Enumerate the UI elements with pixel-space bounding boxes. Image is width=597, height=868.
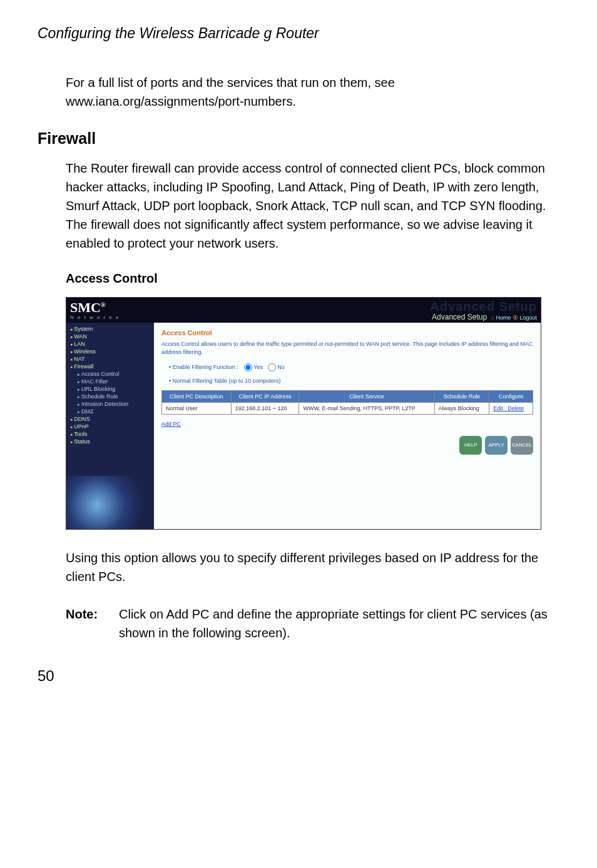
content-panel: Access Control Access Control allows use… bbox=[154, 323, 541, 529]
sidebar-item-system[interactable]: System bbox=[66, 325, 154, 333]
logo-text: SMC bbox=[70, 300, 101, 315]
add-pc-link[interactable]: Add PC bbox=[161, 421, 181, 427]
cell-service: WWW, E-mail Sending, HTTPS, PPTP, L2TP bbox=[299, 403, 434, 415]
sidebar-item-lan[interactable]: LAN bbox=[66, 340, 154, 348]
sidebar-item-nat[interactable]: NAT bbox=[66, 355, 154, 363]
note-row: Note: Click on Add PC and define the app… bbox=[66, 605, 559, 642]
cell-desc: Normal User bbox=[162, 403, 232, 415]
cell-rule: Always Blocking bbox=[434, 403, 489, 415]
sidebar-item-firewall[interactable]: Firewall bbox=[66, 363, 154, 370]
th-ip: Client PC IP Address bbox=[231, 391, 299, 403]
firewall-paragraph: The Router firewall can provide access c… bbox=[66, 159, 559, 253]
th-configure: Configure bbox=[489, 391, 533, 403]
enable-filtering-row: Enable Filtering Function : Yes No bbox=[169, 363, 533, 371]
panel-title: Access Control bbox=[161, 329, 533, 336]
brand-block: SMC® N e t w o r k s bbox=[70, 301, 120, 320]
th-rule: Schedule Rule bbox=[434, 391, 489, 403]
firewall-heading: Firewall bbox=[38, 129, 559, 148]
sidebar-item-url-blocking[interactable]: URL Blocking bbox=[66, 385, 154, 393]
enable-filtering-label: Enable Filtering Function : bbox=[173, 364, 238, 370]
logo-reg: ® bbox=[101, 301, 105, 308]
edit-link[interactable]: Edit bbox=[493, 405, 503, 411]
table-header-row: Client PC Description Client PC IP Addre… bbox=[162, 391, 533, 403]
note-label: Note: bbox=[66, 605, 119, 642]
sidebar-item-status[interactable]: Status bbox=[66, 438, 154, 445]
help-button[interactable]: HELP bbox=[459, 436, 482, 455]
doc-header: Configuring the Wireless Barricade g Rou… bbox=[38, 25, 559, 42]
panel-description: Access Control allows users to define th… bbox=[161, 340, 533, 356]
logo-subtext: N e t w o r k s bbox=[70, 315, 120, 320]
topbar-advanced-row: Advanced Setup ⌂ Home ⦿ Logout bbox=[430, 313, 537, 321]
button-row: HELP APPLY CANCEL bbox=[161, 436, 533, 455]
radio-no[interactable] bbox=[268, 363, 276, 371]
sidebar-decor-image bbox=[66, 476, 154, 529]
logout-link[interactable]: Logout bbox=[519, 315, 537, 321]
cancel-button[interactable]: CANCEL bbox=[511, 436, 533, 455]
topbar-faint-title: Advanced Setup bbox=[430, 300, 537, 314]
radio-yes[interactable] bbox=[244, 363, 252, 371]
sidebar-item-dmz[interactable]: DMZ bbox=[66, 408, 154, 415]
logout-icon: ⦿ bbox=[513, 315, 518, 321]
filtering-table: Client PC Description Client PC IP Addre… bbox=[161, 390, 533, 415]
table-caption: Normal Filtering Table (up to 10 compute… bbox=[169, 378, 533, 384]
sidebar-item-schedule-rule[interactable]: Schedule Rule bbox=[66, 393, 154, 400]
radio-no-label: No bbox=[277, 364, 285, 370]
note-text: Click on Add PC and define the appropria… bbox=[119, 605, 559, 642]
apply-button[interactable]: APPLY bbox=[485, 436, 508, 455]
router-admin-screenshot: SMC® N e t w o r k s Advanced Setup Adva… bbox=[66, 297, 541, 530]
admin-body: System WAN LAN Wireless NAT Firewall Acc… bbox=[66, 323, 541, 529]
home-icon: ⌂ bbox=[491, 315, 494, 321]
cell-ip: 192.168.2.101 ~ 120 bbox=[231, 403, 299, 415]
radio-yes-label: Yes bbox=[254, 364, 263, 370]
sidebar-item-ddns[interactable]: DDNS bbox=[66, 415, 154, 423]
sidebar-item-wan[interactable]: WAN bbox=[66, 333, 154, 340]
sidebar-item-intrusion-detection[interactable]: Intrusion Detection bbox=[66, 400, 154, 408]
th-desc: Client PC Description bbox=[162, 391, 232, 403]
cell-configure: Edit Delete bbox=[489, 403, 533, 415]
sidebar-item-upnp[interactable]: UPnP bbox=[66, 423, 154, 430]
intro-paragraph: For a full list of ports and the service… bbox=[66, 73, 559, 111]
table-row: Normal User 192.168.2.101 ~ 120 WWW, E-m… bbox=[162, 403, 533, 415]
below-paragraph: Using this option allows you to specify … bbox=[66, 548, 559, 586]
home-link[interactable]: Home bbox=[496, 315, 511, 321]
page-number: 50 bbox=[38, 667, 559, 685]
sidebar-item-access-control[interactable]: Access Control bbox=[66, 370, 154, 378]
delete-link[interactable]: Delete bbox=[508, 405, 524, 411]
advanced-setup-label: Advanced Setup bbox=[430, 313, 489, 321]
sidebar-item-tools[interactable]: Tools bbox=[66, 430, 154, 438]
topbar: SMC® N e t w o r k s Advanced Setup Adva… bbox=[66, 298, 541, 323]
access-control-heading: Access Control bbox=[66, 271, 559, 286]
sidebar-item-mac-filter[interactable]: MAC Filter bbox=[66, 378, 154, 385]
topbar-right: Advanced Setup Advanced Setup ⌂ Home ⦿ L… bbox=[430, 300, 537, 321]
sidebar-item-wireless[interactable]: Wireless bbox=[66, 348, 154, 355]
sidebar-nav: System WAN LAN Wireless NAT Firewall Acc… bbox=[66, 323, 154, 529]
smc-logo: SMC® bbox=[70, 301, 120, 315]
th-service: Client Service bbox=[299, 391, 434, 403]
